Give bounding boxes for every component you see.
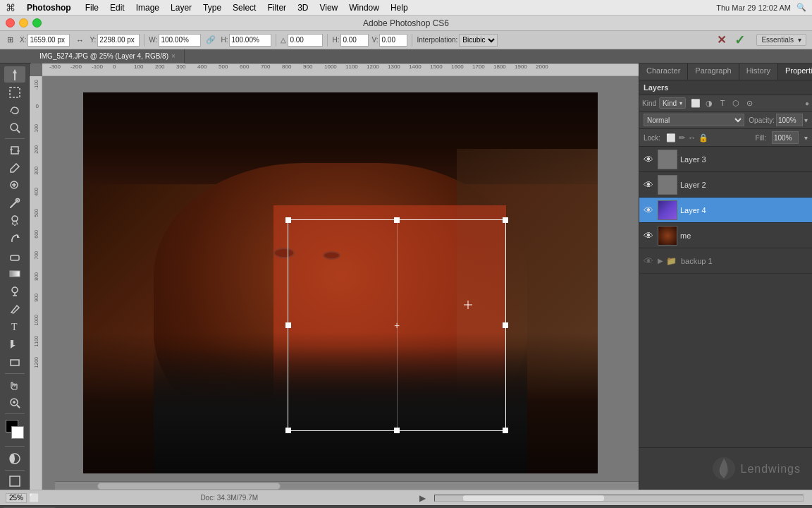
menu-window[interactable]: Window [343,1,385,14]
vskew-input[interactable] [379,34,407,47]
fill-arrow-icon[interactable]: ▾ [804,134,808,142]
rotation-input[interactable] [288,34,323,47]
menu-filter[interactable]: Filter [262,1,292,14]
move-tool[interactable] [4,66,25,83]
opacity-arrow-icon[interactable]: ▾ [804,116,808,124]
menu-view[interactable]: View [314,1,343,14]
quick-select-tool[interactable] [4,119,25,135]
menu-image[interactable]: Image [130,1,165,14]
zoom-input[interactable] [6,493,27,503]
layer-visibility-icon[interactable]: 👁 [642,153,655,166]
blend-mode-select[interactable]: Normal [644,114,744,126]
brush-tool[interactable] [4,195,25,211]
layer-visibility-icon[interactable]: 👁 [642,204,655,217]
lasso-tool[interactable] [4,102,25,118]
hand-tool[interactable] [4,377,25,393]
layer-visibility-icon[interactable]: 👁 [642,229,655,242]
tab-character[interactable]: Character [639,64,688,80]
eraser-tool[interactable] [4,248,25,265]
menu-layer[interactable]: Layer [165,1,197,14]
clone-tool[interactable] [4,212,25,229]
menu-select[interactable]: Select [227,1,262,14]
lock-pixels-icon[interactable]: ✏ [679,133,685,143]
close-button[interactable] [6,18,15,28]
canvas-content[interactable] [42,76,639,490]
interpolation-select[interactable]: Bicubic [459,34,498,47]
canvas-area[interactable]: -300 -200 -100 0 100 200 300 400 500 600… [30,64,639,490]
tab-history[interactable]: History [739,64,778,80]
layer-item[interactable]: 👁 Layer 2 [639,172,812,198]
cursor-indicator [464,301,469,306]
crop-tool[interactable] [4,142,25,158]
document-tab[interactable]: IMG_5274.JPG @ 25% (Layer 4, RGB/8) × [31,49,185,64]
zoom-tool[interactable] [4,394,25,411]
text-tool[interactable]: T [4,319,25,335]
filter-smart-icon[interactable]: ⊙ [744,99,755,108]
gradient-tool[interactable] [4,266,25,282]
horizontal-scrollbar-bottom[interactable] [434,495,804,502]
dodge-tool[interactable] [4,284,25,300]
opacity-input[interactable] [776,114,803,126]
shape-tool[interactable] [4,354,25,370]
filter-icons: ⬜ ◑ T ⬡ ⊙ [690,99,755,108]
layer-visibility-icon[interactable]: 👁 [642,255,655,267]
lock-transparent-icon[interactable]: ⬜ [666,133,676,143]
photo-background [83,92,598,473]
workspace-selector[interactable]: Essentials ▾ [756,34,806,46]
filter-kind-dropdown[interactable]: Kind ▾ [659,97,686,109]
y-input[interactable] [97,34,140,47]
lendwings-text: Lendwings [741,463,801,476]
menu-type[interactable]: Type [197,1,227,14]
menu-search-icon[interactable]: 🔍 [796,3,806,12]
hskew-input[interactable] [340,34,369,47]
tab-properties[interactable]: Properties [778,64,812,80]
menu-3d[interactable]: 3D [292,1,314,14]
fill-input[interactable] [772,131,799,144]
lock-position-icon[interactable]: ↔ [688,133,696,143]
layer-mode-row: Normal Opacity: ▾ [639,111,812,129]
w-input[interactable] [159,34,201,47]
lendwings-area: Lendwings [639,447,812,490]
minimize-button[interactable] [19,18,28,28]
maximize-button[interactable] [32,18,42,28]
transform-cancel-button[interactable]: ✕ [714,33,729,47]
history-brush-tool[interactable] [4,231,25,247]
screen-mode-button[interactable] [4,473,25,490]
pen-tool[interactable] [4,301,25,318]
menu-help[interactable]: Help [385,1,414,14]
status-nav-icon[interactable]: ▶ [419,493,426,503]
filter-kind-label: Kind [642,99,656,107]
canvas-image[interactable] [83,92,598,473]
doc-tab-close-button[interactable]: × [171,52,176,60]
apple-menu[interactable]: ⌘ [6,2,16,13]
marquee-tool[interactable] [4,84,25,100]
menu-file[interactable]: File [80,1,104,14]
filter-adj-icon[interactable]: ◑ [703,99,715,108]
tab-paragraph[interactable]: Paragraph [688,64,739,80]
layer-item[interactable]: 👁 me [639,223,812,248]
svg-line-22 [17,405,20,408]
color-swatches[interactable] [4,420,25,440]
filter-pixel-icon[interactable]: ⬜ [690,99,701,108]
transform-confirm-button[interactable]: ✓ [732,32,748,48]
h-input[interactable] [229,34,271,47]
h-scroll-thumb-bottom[interactable] [463,495,604,501]
filter-toggle-icon[interactable]: ● [805,99,809,107]
background-color[interactable] [11,426,24,439]
layer-item-selected[interactable]: 👁 Layer 4 [639,198,812,223]
filter-type-icon[interactable]: T [717,99,728,107]
horizontal-scrollbar[interactable] [55,481,639,490]
h-scroll-thumb[interactable] [97,483,281,490]
layer-group-arrow-icon[interactable]: ▶ [658,257,663,265]
filter-shape-icon[interactable]: ⬡ [730,99,742,108]
layer-item[interactable]: 👁 Layer 3 [639,147,812,172]
lock-all-icon[interactable]: 🔒 [699,133,708,143]
quick-mask-button[interactable] [4,451,25,467]
menu-edit[interactable]: Edit [104,1,130,14]
eyedropper-tool[interactable] [4,159,25,176]
layer-item[interactable]: 👁 ▶ 📁 backup 1 [639,248,812,274]
x-input[interactable] [27,34,70,47]
layer-visibility-icon[interactable]: 👁 [642,179,655,191]
path-select-tool[interactable] [4,337,25,353]
heal-tool[interactable] [4,177,25,193]
